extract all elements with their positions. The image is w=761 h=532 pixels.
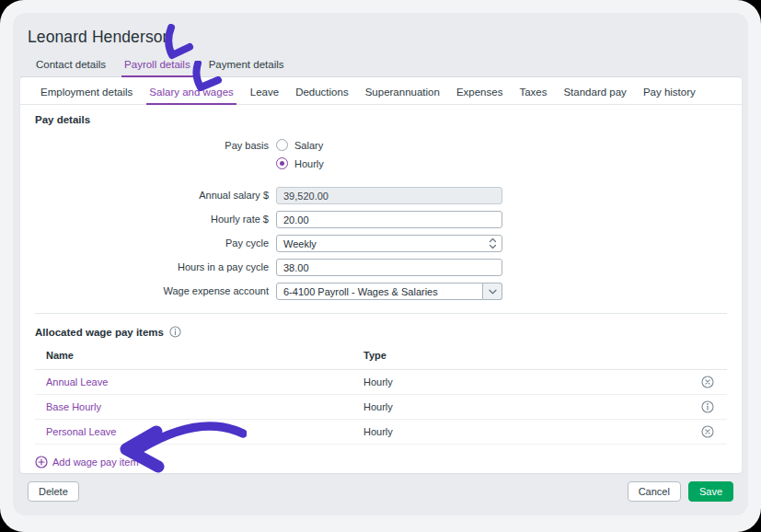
hours-in-pay-cycle-input[interactable] — [276, 259, 502, 276]
table-row: Annual Leave Hourly — [35, 370, 727, 395]
pay-item-link-personal-leave[interactable]: Personal Leave — [46, 426, 363, 437]
select-stepper-icon — [489, 237, 497, 249]
subtab-employment-details[interactable]: Employment details — [38, 87, 135, 104]
pay-basis-label: Pay basis — [35, 137, 269, 155]
cancel-button[interactable]: Cancel — [628, 481, 681, 502]
pay-cycle-label: Pay cycle — [35, 235, 269, 252]
employee-detail-panel: Leonard Henderson Contact details Payrol… — [13, 13, 748, 515]
chevron-down-icon — [489, 289, 497, 295]
wage-expense-account-value[interactable]: 6-4100 Payroll - Wages & Salaries — [276, 283, 483, 300]
delete-button[interactable]: Delete — [28, 481, 79, 502]
subtab-pay-history[interactable]: Pay history — [640, 87, 698, 104]
pay-item-link-base-hourly[interactable]: Base Hourly — [46, 401, 363, 412]
pay-basis-hourly-label: Hourly — [294, 158, 324, 169]
add-wage-pay-item-button[interactable]: Add wage pay item — [35, 456, 139, 468]
subtab-leave[interactable]: Leave — [248, 87, 282, 104]
pay-details-heading: Pay details — [35, 114, 727, 125]
save-button[interactable]: Save — [688, 481, 733, 502]
info-icon[interactable] — [701, 400, 714, 413]
remove-icon[interactable] — [701, 376, 714, 388]
wage-expense-account-combo: 6-4100 Payroll - Wages & Salaries — [276, 283, 502, 300]
pay-cycle-value: Weekly — [283, 238, 489, 249]
hourly-rate-input[interactable] — [276, 211, 502, 228]
pay-cycle-select[interactable]: Weekly — [276, 235, 502, 252]
footer-action-bar: Delete Cancel Save — [28, 481, 733, 502]
table-row: Base Hourly Hourly — [35, 395, 727, 420]
pay-item-link-annual-leave[interactable]: Annual Leave — [46, 376, 363, 387]
pay-basis-salary-radio[interactable]: Salary — [276, 139, 502, 151]
info-icon[interactable] — [169, 326, 181, 338]
subtab-deductions[interactable]: Deductions — [293, 87, 352, 104]
pay-basis-salary-label: Salary — [294, 140, 323, 151]
subtab-taxes[interactable]: Taxes — [516, 87, 549, 104]
tab-payroll-details[interactable]: Payroll details — [121, 59, 193, 76]
allocated-wage-pay-items-heading: Allocated wage pay items — [35, 327, 164, 338]
subtab-expenses[interactable]: Expenses — [454, 87, 506, 104]
pay-item-type: Hourly — [363, 426, 701, 437]
column-header-name: Name — [46, 350, 363, 361]
wage-expense-account-label: Wage expense account — [35, 283, 269, 300]
table-header: Name Type — [35, 350, 727, 370]
table-row: Personal Leave Hourly — [35, 420, 727, 445]
pay-details-form: Pay basis Salary Hourly — [35, 137, 727, 300]
annual-salary-input — [276, 187, 502, 204]
add-circle-icon — [35, 456, 48, 468]
page-title: Leonard Henderson — [28, 28, 741, 47]
subtab-standard-pay[interactable]: Standard pay — [560, 87, 628, 104]
hourly-rate-label: Hourly rate $ — [35, 211, 269, 228]
remove-icon[interactable] — [701, 425, 714, 438]
annual-salary-label: Annual salary $ — [35, 187, 269, 204]
subtab-superannuation[interactable]: Superannuation — [363, 87, 443, 104]
column-header-type: Type — [363, 350, 727, 361]
subtab-salary-and-wages[interactable]: Salary and wages — [146, 87, 236, 104]
allocated-wage-pay-items-table: Name Type Annual Leave Hourly — [35, 350, 727, 445]
tab-contact-details[interactable]: Contact details — [33, 59, 109, 76]
tab-payment-details[interactable]: Payment details — [206, 59, 287, 76]
hours-in-pay-cycle-label: Hours in a pay cycle — [35, 259, 269, 276]
radio-selected-icon — [276, 157, 288, 169]
divider — [35, 313, 727, 314]
wage-expense-account-dropdown-button[interactable] — [483, 283, 502, 300]
pay-item-type: Hourly — [363, 401, 701, 412]
radio-unselected-icon — [276, 139, 288, 151]
pay-basis-hourly-radio[interactable]: Hourly — [276, 157, 502, 169]
app-window: Leonard Henderson Contact details Payrol… — [0, 0, 761, 532]
payroll-sub-tab-bar: Employment details Salary and wages Leav… — [20, 77, 742, 105]
payroll-details-card: Employment details Salary and wages Leav… — [20, 77, 742, 473]
add-wage-pay-item-label: Add wage pay item — [52, 457, 139, 468]
main-tab-bar: Contact details Payroll details Payment … — [20, 59, 741, 77]
header: Leonard Henderson Contact details Payrol… — [13, 13, 748, 77]
pay-item-type: Hourly — [363, 376, 701, 387]
pay-basis-radio-group: Salary Hourly — [276, 137, 502, 176]
